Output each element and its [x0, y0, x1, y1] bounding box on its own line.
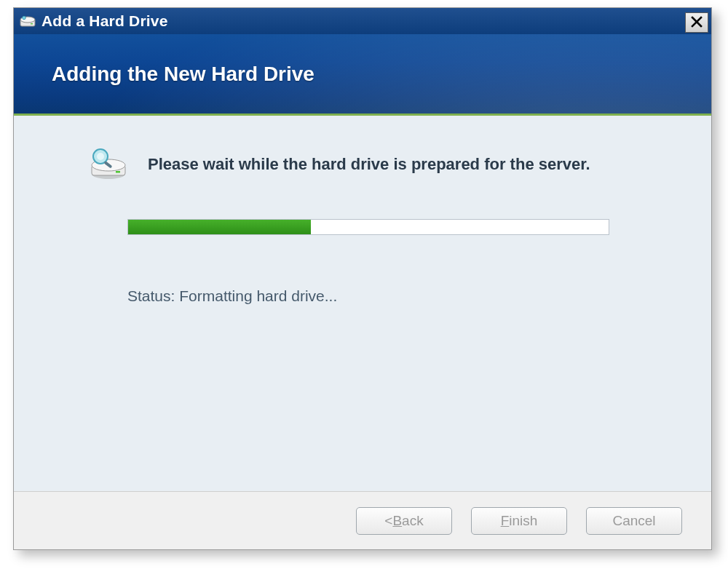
- header-title: Adding the New Hard Drive: [52, 63, 314, 86]
- progress-fill: [128, 220, 311, 234]
- finish-button-rest: inish: [509, 513, 537, 529]
- dialog-window: Add a Hard Drive Adding the New Hard Dri…: [13, 7, 712, 550]
- back-button-rest: ack: [402, 513, 424, 529]
- titlebar[interactable]: Add a Hard Drive: [14, 8, 711, 34]
- svg-point-2: [23, 16, 25, 19]
- content-area: Please wait while the hard drive is prep…: [14, 116, 711, 491]
- close-button[interactable]: [685, 12, 708, 33]
- header-band: Adding the New Hard Drive: [14, 34, 711, 116]
- back-button-mnemonic: B: [392, 513, 402, 529]
- titlebar-title: Add a Hard Drive: [41, 12, 168, 30]
- back-button[interactable]: < Back: [356, 507, 452, 535]
- finish-button[interactable]: Finish: [471, 507, 567, 535]
- svg-point-9: [97, 153, 104, 160]
- back-button-prefix: <: [384, 513, 392, 529]
- hard-drive-icon: [20, 15, 36, 28]
- cancel-button-label: Cancel: [612, 513, 655, 529]
- footer-buttons: < Back Finish Cancel: [14, 491, 711, 549]
- progress-bar: [127, 219, 609, 235]
- cancel-button[interactable]: Cancel: [586, 507, 682, 535]
- finish-button-mnemonic: F: [501, 513, 510, 529]
- hard-drive-search-icon: [87, 146, 129, 183]
- message-row: Please wait while the hard drive is prep…: [87, 146, 660, 183]
- status-text: Status: Formatting hard drive...: [127, 287, 660, 305]
- close-icon: [691, 15, 703, 31]
- wait-message: Please wait while the hard drive is prep…: [148, 155, 590, 174]
- svg-rect-3: [31, 23, 33, 24]
- svg-rect-7: [116, 171, 120, 173]
